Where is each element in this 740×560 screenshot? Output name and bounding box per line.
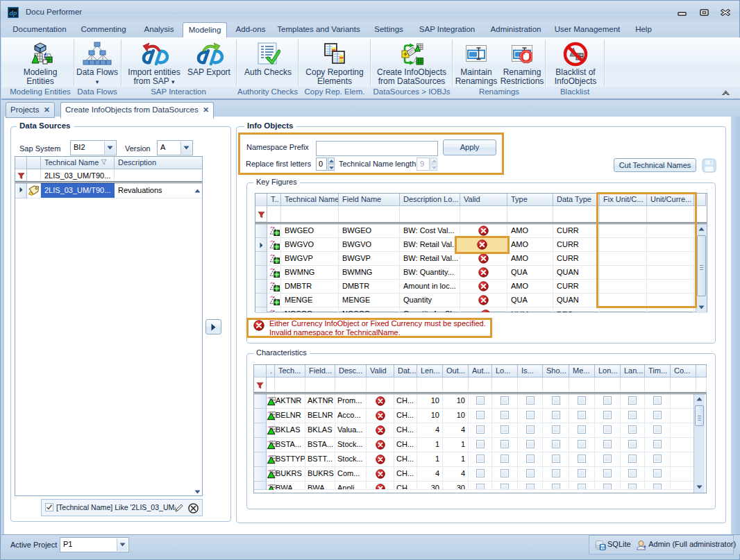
svg-text:dp: dp <box>10 10 17 17</box>
